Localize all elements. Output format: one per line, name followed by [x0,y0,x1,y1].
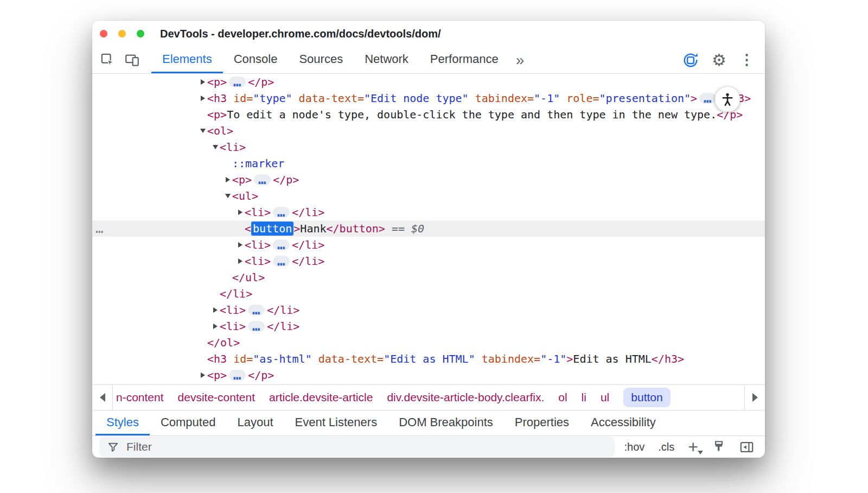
more-tabs-button[interactable]: » [509,47,531,73]
tab-network[interactable]: Network [354,47,419,73]
new-style-rule-button[interactable]: + [688,438,698,456]
filter-input[interactable]: Filter [99,437,615,457]
code-token: To edit a node's type, double-click the … [227,108,717,121]
tree-row[interactable]: </ol> [92,334,765,351]
tree-row[interactable]: <ol> [92,123,765,139]
toggle-class-button[interactable]: .cls [658,441,674,453]
code-token: id= [227,92,253,105]
expand-arrow-icon[interactable] [224,172,232,188]
tree-row[interactable]: <h3 id="as-html" data-text="Edit as HTML… [92,351,765,367]
tree-row[interactable]: <ul> [92,188,765,204]
sync-icon[interactable] [682,52,699,68]
collapse-arrow-icon[interactable] [211,139,220,155]
tab-styles[interactable]: Styles [95,410,150,435]
breadcrumb-item-ol[interactable]: ol [558,391,567,404]
paint-brush-icon[interactable] [712,440,726,454]
tab-performance[interactable]: Performance [419,47,509,73]
tree-row[interactable]: <li> [92,139,765,155]
code-token: </ol> [207,336,240,349]
tree-row[interactable]: <li>…</li> [92,318,765,334]
settings-gear-icon[interactable]: ⚙ [712,52,726,68]
toolbar-right-icons: ⚙ ⋮ [682,47,765,73]
tree-row[interactable]: ::marker [92,155,765,172]
expand-arrow-icon[interactable] [236,253,245,269]
ellipsis-expand-button[interactable]: … [254,174,271,185]
tab-computed[interactable]: Computed [150,410,227,435]
code-token: role= [560,92,599,105]
tree-row[interactable]: <p>…</p> [92,74,765,90]
arrow-spacer [211,286,220,302]
ellipsis-expand-button[interactable]: … [229,370,246,381]
tab-accessibility[interactable]: Accessibility [580,410,667,435]
tree-row[interactable]: <li>…</li> [92,237,765,253]
tab-layout[interactable]: Layout [226,410,284,435]
row-overflow-dots[interactable]: … [95,220,104,237]
expand-arrow-icon[interactable] [236,237,245,253]
code-token: button [251,222,293,236]
ellipsis-expand-button[interactable]: … [699,93,716,104]
tab-event-listeners[interactable]: Event Listeners [284,410,388,435]
device-toolbar-icon[interactable] [125,53,139,67]
tree-row[interactable]: <h3 id="type" data-text="Edit node type"… [92,90,765,106]
ellipsis-expand-button[interactable]: … [229,77,246,87]
breadcrumb-item-button[interactable]: button [623,388,670,407]
crumbs-scroll-left-button[interactable] [92,385,113,410]
code-token: data-text= [312,352,384,365]
expand-arrow-icon[interactable] [211,302,220,318]
code-token: tabindex= [475,352,540,365]
chevron-left-icon [100,393,105,402]
more-options-icon[interactable]: ⋮ [739,53,754,67]
breadcrumb-item-li[interactable]: li [582,391,586,404]
arrow-spacer [236,220,245,237]
expand-arrow-icon[interactable] [199,367,207,383]
code-token: Edit as HTML [573,352,652,365]
tab-properties[interactable]: Properties [504,410,580,435]
expand-arrow-icon[interactable] [211,318,220,334]
tree-row[interactable]: <p>To edit a node's type, double-click t… [92,106,765,123]
ellipsis-expand-button[interactable]: … [248,305,265,315]
accessibility-fab[interactable] [715,87,740,112]
toggle-sidebar-icon[interactable] [739,440,754,454]
code-token: <p> [207,75,227,89]
arrow-spacer [199,106,207,123]
collapse-arrow-icon[interactable] [199,123,207,139]
devtools-window: DevTools - developer.chrome.com/docs/dev… [92,21,765,458]
close-button[interactable] [100,30,107,37]
ellipsis-expand-button[interactable]: … [273,207,290,218]
breadcrumb-item-devsite-content[interactable]: devsite-content [178,391,255,404]
breadcrumb-bar: n-contentdevsite-contentarticle.devsite-… [92,384,765,410]
tree-row[interactable]: <li>…</li> [92,204,765,220]
code-token: "Edit as HTML" [384,352,475,365]
ellipsis-expand-button[interactable]: … [273,256,290,267]
tab-dom-breakpoints[interactable]: DOM Breakpoints [388,410,504,435]
tree-row[interactable]: </ul> [92,269,765,286]
tab-sources[interactable]: Sources [288,47,354,73]
tree-row[interactable]: <li>…</li> [92,302,765,318]
code-token: <li> [220,320,246,333]
tree-row[interactable]: <button>Hank</button> == $0 [92,220,765,237]
expand-arrow-icon[interactable] [236,204,245,220]
expand-arrow-icon[interactable] [199,90,207,106]
breadcrumb-item-article-devsite-article[interactable]: article.devsite-article [269,391,373,404]
tree-row[interactable]: <li>…</li> [92,253,765,269]
ellipsis-expand-button[interactable]: … [273,239,290,250]
zoom-button[interactable] [137,30,144,37]
code-token: <li> [245,255,271,268]
expand-arrow-icon[interactable] [199,74,207,90]
code-token: </li> [267,320,299,333]
collapse-arrow-icon[interactable] [224,188,232,204]
breadcrumb-item-ul[interactable]: ul [601,391,609,404]
crumbs-scroll-right-button[interactable] [744,385,765,410]
tree-row[interactable]: <p>…</p> [92,172,765,188]
toggle-hover-state-button[interactable]: :hov [624,441,645,453]
tab-elements[interactable]: Elements [151,47,223,73]
tree-row[interactable]: </li> [92,286,765,302]
tree-row[interactable]: <p>…</p> [92,367,765,383]
breadcrumb-item-n-content[interactable]: n-content [116,391,164,404]
tab-console[interactable]: Console [223,47,289,73]
plus-icon: + [688,438,698,456]
inspect-element-icon[interactable] [100,53,115,67]
breadcrumb-item-div-devsite-article-body-clearfix[interactable]: div.devsite-article-body.clearfix. [387,391,544,404]
ellipsis-expand-button[interactable]: … [248,321,265,332]
minimize-button[interactable] [118,30,126,37]
